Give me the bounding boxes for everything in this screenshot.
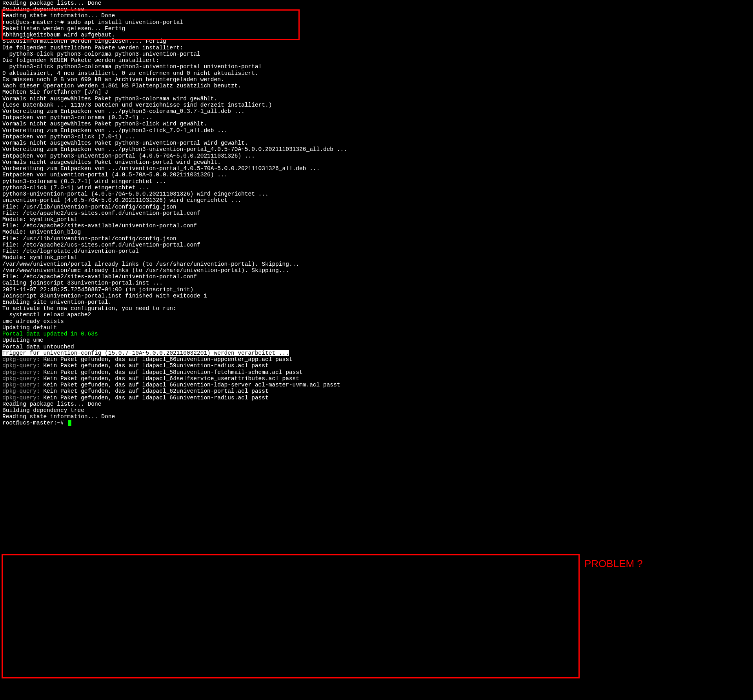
terminal-line: Entpacken von python3-click (7.0-1) ...: [2, 134, 751, 140]
terminal-line: dpkg-query: Kein Paket gefunden, das auf…: [2, 369, 751, 375]
terminal-line: Möchten Sie fortfahren? [J/n] J: [2, 89, 751, 95]
terminal-line: File: /etc/logrotate.d/univention-portal: [2, 248, 751, 254]
dpkg-query-label: dpkg-query: [2, 382, 36, 388]
dpkg-query-message: : Kein Paket gefunden, das auf ldapacl_6…: [36, 375, 299, 382]
terminal-line: Portal data updated in 0.63s: [2, 331, 751, 337]
terminal-line: dpkg-query: Kein Paket gefunden, das auf…: [2, 382, 751, 388]
terminal-line: root@ucs-master:~#: [2, 420, 751, 426]
terminal-line: Die folgenden zusätzlichen Pakete werden…: [2, 45, 751, 51]
dpkg-query-label: dpkg-query: [2, 363, 36, 369]
terminal-line: File: /usr/lib/univention-portal/config/…: [2, 204, 751, 210]
terminal-line: Reading state information... Done: [2, 13, 751, 19]
terminal-line: univention-portal (4.0.5-70A~5.0.0.20211…: [2, 197, 751, 203]
dpkg-query-message: : Kein Paket gefunden, das auf ldapacl_5…: [36, 363, 269, 369]
terminal-line: Die folgenden NEUEN Pakete werden instal…: [2, 57, 751, 63]
terminal-line: dpkg-query: Kein Paket gefunden, das auf…: [2, 375, 751, 382]
dpkg-query-label: dpkg-query: [2, 395, 36, 401]
terminal-output[interactable]: Reading package lists... DoneBuilding de…: [0, 0, 753, 429]
terminal-line: Vorbereitung zum Entpacken von .../unive…: [2, 165, 751, 172]
terminal-line: Joinscript 33univention-portal.inst fini…: [2, 293, 751, 299]
terminal-line: Updating umc: [2, 337, 751, 343]
terminal-line: Calling joinscript 33univention-portal.i…: [2, 280, 751, 286]
terminal-line: Abhängigkeitsbaum wird aufgebaut.: [2, 32, 751, 38]
trigger-line: Trigger für univention-config (15.0.7-10…: [2, 350, 289, 356]
terminal-line: 0 aktualisiert, 4 neu installiert, 0 zu …: [2, 70, 751, 76]
terminal-line: Enabling site univention-portal.: [2, 299, 751, 305]
terminal-line: File: /etc/apache2/ucs-sites.conf.d/univ…: [2, 210, 751, 216]
terminal-line: python3-click python3-colorama python3-u…: [2, 63, 751, 70]
problem-label: PROBLEM ?: [584, 558, 643, 569]
terminal-line: Entpacken von python3-univention-portal …: [2, 153, 751, 159]
shell-prompt[interactable]: root@ucs-master:~#: [2, 420, 67, 426]
terminal-line: /var/www/univention/umc already links (t…: [2, 267, 751, 274]
terminal-line: Statusinformationen werden eingelesen...…: [2, 38, 751, 44]
terminal-line: systemctl reload apache2: [2, 312, 751, 318]
terminal-line: To activate the new configuration, you n…: [2, 305, 751, 312]
terminal-line: File: /etc/apache2/ucs-sites.conf.d/univ…: [2, 242, 751, 248]
terminal-line: dpkg-query: Kein Paket gefunden, das auf…: [2, 388, 751, 394]
terminal-line: Vormals nicht ausgewähltes Paket python3…: [2, 140, 751, 146]
dpkg-query-label: dpkg-query: [2, 369, 36, 375]
terminal-line: File: /etc/apache2/sites-available/unive…: [2, 274, 751, 280]
terminal-line: umc already exists: [2, 318, 751, 325]
dpkg-query-message: : Kein Paket gefunden, das auf ldapacl_6…: [36, 382, 340, 388]
terminal-line: python3-colorama (0.3.7-1) wird eingeric…: [2, 178, 751, 185]
terminal-line: Entpacken von univention-portal (4.0.5-7…: [2, 172, 751, 178]
terminal-line: Building dependency tree: [2, 407, 751, 413]
dpkg-query-message: : Kein Paket gefunden, das auf ldapacl_6…: [36, 388, 269, 394]
terminal-line: Nach dieser Operation werden 1.861 kB Pl…: [2, 83, 751, 89]
terminal-line: Vorbereitung zum Entpacken von .../pytho…: [2, 127, 751, 134]
terminal-line: dpkg-query: Kein Paket gefunden, das auf…: [2, 363, 751, 369]
terminal-line: Updating default: [2, 325, 751, 331]
terminal-line: Module: symlink_portal: [2, 216, 751, 223]
terminal-line: Trigger für univention-config (15.0.7-10…: [2, 350, 751, 356]
terminal-line: dpkg-query: Kein Paket gefunden, das auf…: [2, 395, 751, 401]
terminal-line: python3-univention-portal (4.0.5-70A~5.0…: [2, 191, 751, 197]
shell-prompt: root@ucs-master:~# sudo apt install univ…: [2, 19, 751, 25]
dpkg-query-message: : Kein Paket gefunden, das auf ldapacl_5…: [36, 369, 303, 375]
terminal-line: Portal data untouched: [2, 344, 751, 350]
dpkg-query-label: dpkg-query: [2, 388, 36, 394]
terminal-line: python3-click (7.0-1) wird eingerichtet …: [2, 185, 751, 191]
terminal-line: python3-click python3-colorama python3-u…: [2, 51, 751, 57]
terminal-line: Vorbereitung zum Entpacken von .../pytho…: [2, 146, 751, 152]
highlight-box-problem: [2, 554, 580, 678]
terminal-line: Building dependency tree: [2, 6, 751, 13]
terminal-line: dpkg-query: Kein Paket gefunden, das auf…: [2, 356, 751, 363]
terminal-line: 2021-11-07 22:48:25.725458887+01:00 (in …: [2, 287, 751, 293]
terminal-line: Paketlisten werden gelesen... Fertig: [2, 25, 751, 32]
terminal-line: (Lese Datenbank ... 111973 Dateien und V…: [2, 102, 751, 108]
dpkg-query-label: dpkg-query: [2, 375, 36, 382]
terminal-line: Es müssen noch 0 B von 699 kB an Archive…: [2, 76, 751, 83]
terminal-line: File: /usr/lib/univention-portal/config/…: [2, 236, 751, 242]
terminal-line: Vormals nicht ausgewähltes Paket python3…: [2, 96, 751, 102]
dpkg-query-label: dpkg-query: [2, 356, 36, 363]
terminal-line: Vorbereitung zum Entpacken von .../pytho…: [2, 108, 751, 114]
terminal-line: Reading package lists... Done: [2, 0, 751, 6]
cursor-icon: [68, 420, 71, 426]
terminal-line: /var/www/univention/portal already links…: [2, 261, 751, 267]
dpkg-query-message: : Kein Paket gefunden, das auf ldapacl_6…: [36, 395, 269, 401]
terminal-line: Module: univention_blog: [2, 229, 751, 235]
terminal-line: Vormals nicht ausgewähltes Paket python3…: [2, 121, 751, 127]
terminal-line: File: /etc/apache2/sites-available/unive…: [2, 223, 751, 229]
dpkg-query-message: : Kein Paket gefunden, das auf ldapacl_6…: [36, 356, 293, 363]
terminal-line: Reading state information... Done: [2, 413, 751, 420]
terminal-line: Reading package lists... Done: [2, 401, 751, 407]
terminal-line: Entpacken von python3-colorama (0.3.7-1)…: [2, 114, 751, 121]
terminal-line: Module: symlink_portal: [2, 254, 751, 261]
terminal-line: Vormals nicht ausgewähltes Paket univent…: [2, 159, 751, 165]
